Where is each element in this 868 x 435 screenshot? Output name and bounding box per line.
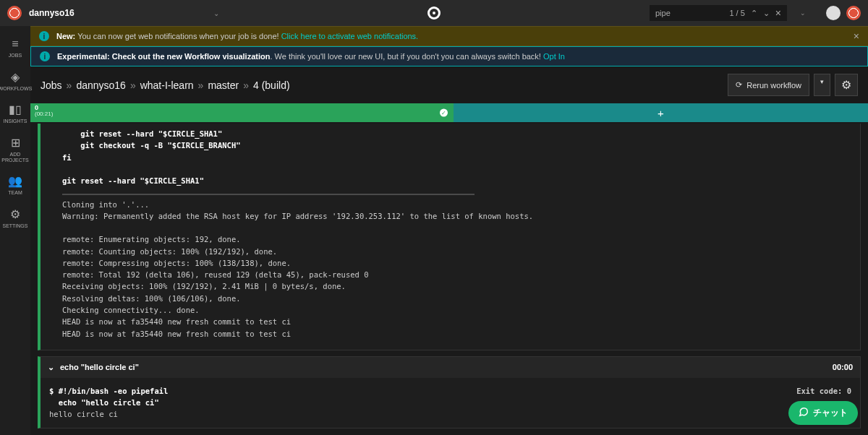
step-checkout-body: git reset --hard "$CIRCLE_SHA1" git chec… [38,124,861,350]
step-time: 00:00 [833,363,853,371]
step-echo: ⌄echo "hello circle ci" 00:00 Exit code:… [38,356,861,428]
chevron-down-icon: ⌄ [48,363,54,372]
list-icon: ≡ [12,38,18,51]
circleci-logo [427,7,441,20]
chart-icon: ▮▯ [9,103,22,116]
find-bar[interactable]: pipe 1 / 5 ⌃ ⌄ × [650,5,787,21]
step-echo-body: Exit code: 0$ #!/bin/bash -eo pipefail e… [41,378,860,428]
chevron-down-icon[interactable]: ⌄ [800,9,806,17]
sidebar-item-team[interactable]: 👥TEAM [0,168,30,202]
step-script: $ #!/bin/bash -eo pipefail echo "hello c… [49,387,168,407]
tab-add[interactable]: + [454,103,868,122]
breadcrumb-jobs[interactable]: Jobs [41,79,62,91]
search-highlight [62,194,475,195]
step-title: echo "hello circle ci" [60,363,139,371]
banner-link[interactable]: Opt In [543,52,565,61]
step-echo-header[interactable]: ⌄echo "hello circle ci" 00:00 [41,357,860,378]
sidebar-item-workflows[interactable]: ◈WORKFLOWS [0,64,30,98]
exit-code: Exit code: 0 [796,385,851,397]
org-name: dannyso16 [29,8,75,18]
breadcrumb-build: 4 (build) [253,79,290,91]
close-icon[interactable]: × [854,30,859,42]
banner-bold: New: [56,32,75,40]
plus-icon: + [658,107,664,119]
find-next[interactable]: ⌄ [763,9,770,18]
sidebar-item-add-projects[interactable]: ⊞ADD PROJECTS [0,130,30,168]
chevron-down-icon: ⌄ [213,9,219,17]
chat-icon [799,407,809,419]
breadcrumb: Jobs» dannyso16» what-I-learn» master» 4… [41,79,290,91]
org-switcher[interactable]: ⌄ [82,9,226,17]
team-icon: 👥 [8,174,22,188]
breadcrumb-project[interactable]: what-I-learn [140,79,194,91]
left-sidebar: ≡JOBS ◈WORKFLOWS ▮▯INSIGHTS ⊞ADD PROJECT… [0,26,30,435]
workflow-icon: ◈ [11,70,20,84]
avatar-placeholder[interactable] [826,6,841,20]
chat-label: チャット [813,407,848,419]
banner-notifications: i New: You can now get web notifications… [30,26,868,46]
settings-button[interactable]: ⚙ [835,74,858,96]
banner-text: . We think you'll love our new UI, but i… [270,52,543,61]
avatar-user[interactable] [846,6,861,20]
find-count: 1 / 5 [729,9,744,17]
banner-bold: Experimental: Check out the new Workflow… [57,52,270,61]
info-icon: i [39,31,49,41]
tab-parallel-0[interactable]: 0 (00:21) ✓ [30,103,454,122]
banner-experimental: i Experimental: Check out the new Workfl… [30,46,868,66]
step-stdout: hello circle ci [49,410,118,418]
find-close[interactable]: × [775,7,781,19]
info-icon: i [40,51,50,61]
gear-icon: ⚙ [841,79,851,91]
sidebar-item-jobs[interactable]: ≡JOBS [0,32,30,64]
sidebar-item-insights[interactable]: ▮▯INSIGHTS [0,97,30,130]
chat-button[interactable]: チャット [788,401,858,425]
breadcrumb-user[interactable]: dannyso16 [76,79,126,91]
plus-box-icon: ⊞ [11,136,20,150]
sidebar-item-settings[interactable]: ⚙SETTINGS [0,202,30,235]
banner-text: You can now get web notifications when y… [75,32,281,40]
find-input[interactable]: pipe [655,9,671,17]
banner-link[interactable]: Click here to activate web notifications… [281,32,419,40]
step-output: Cloning into '.'... Warning: Permanently… [62,200,533,338]
step-script: git reset --hard "$CIRCLE_SHA1" git chec… [62,129,241,185]
check-icon: ✓ [440,109,448,117]
org-logo [7,6,22,20]
refresh-icon: ⟳ [736,80,742,90]
rerun-dropdown[interactable]: ▾ [814,74,830,96]
find-prev[interactable]: ⌃ [751,9,757,18]
gear-icon: ⚙ [10,207,20,221]
rerun-workflow-button[interactable]: ⟳Rerun workflow [728,74,809,96]
breadcrumb-branch[interactable]: master [208,79,239,91]
